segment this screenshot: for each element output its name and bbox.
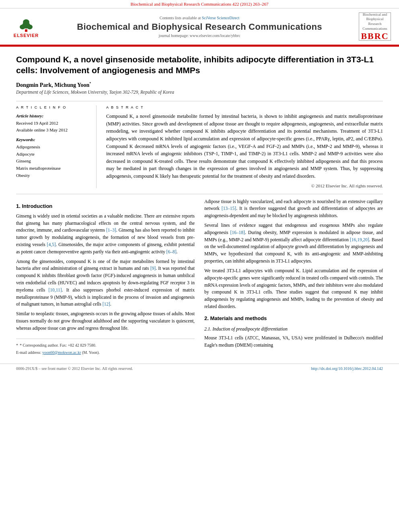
sciverse-link[interactable]: SciVerse ScienceDirect xyxy=(202,16,240,20)
svg-point-2 xyxy=(20,25,25,29)
available-online-date: Available online 3 May 2012 xyxy=(16,127,90,134)
authors-names: Dongmin Park, Michung Yoon xyxy=(16,82,89,88)
intro-paragraph-1: Ginseng is widely used in oriental socie… xyxy=(16,213,195,256)
divider-1 xyxy=(16,101,383,101)
received-date: Received 19 April 2012 xyxy=(16,120,90,127)
footnote-corresponding-text: * Corresponding author. Fax: +82 42 829 … xyxy=(20,342,96,348)
sciverse-line: Contents lists available at SciVerse Sci… xyxy=(44,16,355,20)
ref-1-3: [1–3] xyxy=(106,228,116,232)
keyword-3: Ginseng xyxy=(16,158,90,165)
elsevier-wordmark: ELSEVIER xyxy=(14,33,39,38)
abstract-text: Compound K, a novel ginsenoside metaboli… xyxy=(106,113,383,180)
svg-point-3 xyxy=(27,25,33,29)
issn-text: 0006-291X/$ – see front matter © 2012 El… xyxy=(16,366,133,371)
svg-point-4 xyxy=(23,19,29,25)
sub-section-number: 2.1. xyxy=(204,327,211,331)
keywords-label: Keywords: xyxy=(16,137,90,142)
section-2-number: 2. xyxy=(204,315,209,321)
ref-10-11: [10,11] xyxy=(49,288,62,292)
body-section: 1. Introduction Ginseng is widely used i… xyxy=(16,198,383,355)
doi-link[interactable]: http://dx.doi.org/10.1016/j.bbrc.2012.04… xyxy=(311,366,383,371)
intro-paragraph-2: Among the ginsenosides, compound K is on… xyxy=(16,258,195,308)
ref-6-8: [6–8] xyxy=(167,249,177,254)
journal-homepage: journal homepage: www.elsevier.com/locat… xyxy=(44,33,355,38)
footnote-email: E-mail address: yoon60@mokwon.ac.kr (M. … xyxy=(16,349,195,355)
ref-4-5: [4,5] xyxy=(47,242,56,247)
journal-title: Biochemical and Biophysical Research Com… xyxy=(44,22,355,32)
footnote-email-link[interactable]: yoon60@mokwon.ac.kr xyxy=(42,350,81,355)
article-info-abstract-section: A R T I C L E I N F O Article history: R… xyxy=(16,105,383,188)
bbrc-box: Biochemical andBiophysicalResearchCommun… xyxy=(359,12,391,41)
main-content: Compound K, a novel ginsenoside metaboli… xyxy=(0,47,399,364)
introduction-heading: 1. Introduction xyxy=(16,202,195,210)
bbrc-letters: BBRC xyxy=(361,32,389,41)
journal-header: ELSEVIER Contents lists available at Sci… xyxy=(0,8,399,45)
abstract-label: A B S T R A C T xyxy=(106,105,383,109)
divider-2 xyxy=(16,194,383,194)
elsevier-logo: ELSEVIER xyxy=(8,16,44,38)
footnote-corresponding: * * Corresponding author. Fax: +82 42 82… xyxy=(16,342,195,348)
keyword-4: Matrix metalloproteinase xyxy=(16,165,90,172)
article-info-label: A R T I C L E I N F O xyxy=(16,105,90,109)
footnote-star: * xyxy=(16,342,18,348)
body-left-column: 1. Introduction Ginseng is widely used i… xyxy=(16,198,195,355)
right-paragraph-2: Several lines of evidence suggest that e… xyxy=(204,222,383,265)
footnote-area: * * Corresponding author. Fax: +82 42 82… xyxy=(16,339,195,355)
authors-line: Dongmin Park, Michung Yoon* xyxy=(16,82,383,88)
intro-section-title: Introduction xyxy=(22,203,52,209)
ref-16-18: [16–18] xyxy=(230,230,245,235)
right-paragraph-1: Adipose tissue is highly vascularized, a… xyxy=(204,198,383,220)
intro-paragraph-3: Similar to neoplastic tissues, angiogene… xyxy=(16,310,195,332)
intro-section-number: 1. xyxy=(16,203,21,209)
journal-citation-bar: Biochemical and Biophysical Research Com… xyxy=(0,0,399,8)
corresponding-asterisk: * xyxy=(89,82,91,85)
article-info-column: A R T I C L E I N F O Article history: R… xyxy=(16,105,97,188)
footnote-email-label: E-mail address: xyxy=(16,350,41,355)
affiliation: Department of Life Sciences, Mokwon Univ… xyxy=(16,90,383,94)
copyright-line: © 2012 Elsevier Inc. All rights reserved… xyxy=(106,183,383,188)
ref-12: [12] xyxy=(103,302,110,306)
article-title: Compound K, a novel ginsenoside metaboli… xyxy=(16,54,383,76)
footnote-email-person: (M. Yoon). xyxy=(82,350,100,355)
abstract-column: A B S T R A C T Compound K, a novel gins… xyxy=(106,105,383,188)
keyword-1: Adipogenesis xyxy=(16,144,90,151)
section-2-title: Materials and methods xyxy=(210,315,267,321)
bbrc-subtext: Biochemical andBiophysicalResearchCommun… xyxy=(362,12,387,31)
bottom-bar: 0006-291X/$ – see front matter © 2012 El… xyxy=(0,364,399,373)
journal-citation-text: Biochemical and Biophysical Research Com… xyxy=(130,2,268,6)
sub-section-title: Induction of preadipocyte differentiatio… xyxy=(212,327,288,331)
sub-section-2-1-heading: 2.1. Induction of preadipocyte different… xyxy=(204,326,383,333)
elsevier-tree-icon xyxy=(16,18,36,32)
keyword-5: Obesity xyxy=(16,172,90,179)
section-2-text: Mouse 3T3-L1 cells (ATCC, Manassas, VA, … xyxy=(204,335,383,349)
bbrc-logo-area: Biochemical andBiophysicalResearchCommun… xyxy=(355,12,391,41)
section-2-heading: 2. Materials and methods xyxy=(204,314,383,322)
right-paragraph-3: We treated 3T3-L1 adipocytes with compou… xyxy=(204,267,383,310)
body-right-column: Adipose tissue is highly vascularized, a… xyxy=(204,198,383,355)
ref-13-15: [13–15] xyxy=(222,206,236,211)
keyword-2: Adipocyte xyxy=(16,151,90,158)
journal-title-area: Contents lists available at SciVerse Sci… xyxy=(44,16,355,38)
ref-9: [9] xyxy=(150,266,156,271)
article-history-label: Article history: xyxy=(16,113,90,118)
ref-16-19-20: [16,19,20] xyxy=(350,237,369,242)
